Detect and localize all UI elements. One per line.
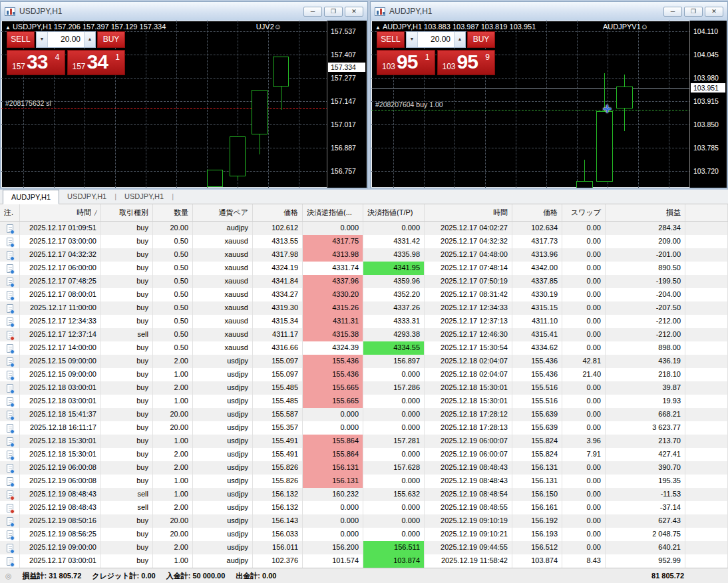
td-sl: 0.000	[303, 408, 363, 421]
tab-audjpy-h1[interactable]: AUDJPY,H1	[3, 190, 59, 204]
sell-price-box[interactable]: 103 95 1	[377, 50, 435, 75]
td-swap: 0.00	[562, 514, 606, 528]
minimize-button[interactable]: ─	[663, 7, 682, 17]
table-row[interactable]: 2025.12.17 03:00:01buy1.00audjpy102.3761…	[0, 554, 728, 568]
table-row[interactable]: 2025.12.19 08:56:25buy20.00usdjpy156.033…	[0, 528, 728, 541]
volume-up-icon[interactable]: ▲	[84, 32, 95, 47]
column-header[interactable]: 決済逆指値(...	[303, 204, 363, 221]
close-button[interactable]: ✕	[345, 7, 363, 17]
table-row[interactable]: 2025.12.17 07:48:25buy0.50xauusd4341.844…	[0, 275, 728, 288]
column-header[interactable]: 決済指値(T/P)	[363, 204, 425, 221]
position-line[interactable]	[371, 110, 691, 110]
td-swap: 0.00	[562, 301, 606, 315]
restore-button[interactable]: ❐	[324, 7, 343, 17]
chart-plot[interactable]: ▲USDJPY,H1 157.206 157.397 157.129 157.3…	[1, 21, 328, 188]
column-header[interactable]: 注.	[0, 204, 20, 221]
table-row[interactable]: 2025.12.18 16:11:17buy20.00usdjpy155.357…	[0, 421, 728, 435]
chart-area[interactable]: ▲USDJPY,H1 157.206 157.397 157.129 157.3…	[1, 21, 367, 188]
td-close-time: 2025.12.17 12:37:13	[425, 315, 512, 328]
td-swap: 0.00	[562, 461, 606, 475]
td-close-time: 2025.12.19 09:10:19	[425, 514, 512, 528]
buy-button[interactable]: BUY	[467, 31, 495, 48]
td-volume: 20.00	[153, 514, 193, 528]
td-sl: 155.864	[303, 448, 363, 461]
tab-usdjpy-h1[interactable]: USDJPY,H1	[116, 190, 172, 204]
table-row[interactable]: 2025.12.17 12:34:33buy0.50xauusd4315.344…	[0, 315, 728, 328]
table-row[interactable]: 2025.12.15 09:00:00buy1.00usdjpy155.0971…	[0, 368, 728, 381]
buy-price-box[interactable]: 157 34 1	[67, 50, 126, 75]
table-row[interactable]: 2025.12.19 06:00:08buy2.00usdjpy155.8261…	[0, 461, 728, 475]
table-row[interactable]: 2025.12.19 06:00:08buy1.00usdjpy155.8261…	[0, 475, 728, 488]
td-icon	[0, 408, 20, 421]
tab-usdjpy-h1[interactable]: USDJPY,H1	[59, 190, 114, 204]
restore-button[interactable]: ❐	[684, 7, 703, 17]
column-header[interactable]: 取引種別	[101, 204, 153, 221]
position-line[interactable]	[1, 108, 328, 109]
window-titlebar[interactable]: AUDJPY,H1 ─ ❐ ✕	[371, 2, 727, 21]
td-open-price: 155.587	[253, 408, 303, 421]
volume-input[interactable]: 20.00	[48, 32, 84, 47]
table-row[interactable]: 2025.12.17 14:00:00buy0.50xauusd4316.664…	[0, 341, 728, 355]
minimize-button[interactable]: ─	[303, 7, 322, 17]
status-credit-total: クレジット計: 0.00	[92, 571, 155, 581]
table-row[interactable]: 2025.12.18 15:30:01buy2.00usdjpy155.4911…	[0, 448, 728, 461]
table-row[interactable]: 2025.12.17 01:09:51buy20.00audjpy102.612…	[0, 222, 728, 235]
column-header[interactable]: 時間	[425, 204, 512, 221]
table-row[interactable]: 2025.12.19 09:00:00buy2.00usdjpy156.0111…	[0, 541, 728, 554]
table-row[interactable]: 2025.12.17 04:32:32buy0.50xauusd4317.984…	[0, 248, 728, 262]
column-header[interactable]: スワップ	[562, 204, 606, 221]
sell-order-icon	[7, 331, 13, 339]
table-row[interactable]: 2025.12.17 12:37:14sell0.50xauusd4311.17…	[0, 328, 728, 341]
collapse-arrow-icon[interactable]: ▲	[375, 25, 381, 31]
td-close-time: 2025.12.18 17:28:13	[425, 421, 512, 435]
sell-price-box[interactable]: 157 33 4	[7, 50, 65, 75]
table-row[interactable]: 2025.12.19 08:48:43sell2.00usdjpy156.132…	[0, 501, 728, 514]
volume-down-icon[interactable]: ▼	[407, 32, 418, 47]
sell-button[interactable]: SELL	[377, 31, 405, 48]
table-row[interactable]: 2025.12.19 08:50:16buy20.00usdjpy156.143…	[0, 514, 728, 528]
column-header[interactable]: 時間/	[20, 204, 101, 221]
collapse-arrow-icon[interactable]: ▲	[5, 25, 11, 31]
volume-down-icon[interactable]: ▼	[37, 32, 48, 47]
volume-up-icon[interactable]: ▲	[454, 32, 465, 47]
volume-stepper[interactable]: ▼ 20.00 ▲	[406, 31, 466, 48]
column-header[interactable]: 損益	[606, 204, 685, 221]
gridline	[669, 21, 669, 188]
td-type: buy	[101, 435, 153, 448]
buy-button[interactable]: BUY	[97, 31, 125, 48]
chart-area[interactable]: ▲AUDJPY,H1 103.883 103.987 103.819 103.9…	[371, 21, 727, 188]
sell-order-icon	[7, 490, 13, 499]
td-swap: 0.00	[562, 328, 606, 341]
table-row[interactable]: 2025.12.18 03:00:01buy1.00usdjpy155.4851…	[0, 395, 728, 408]
table-row[interactable]: 2025.12.17 08:00:01buy0.50xauusd4334.274…	[0, 288, 728, 301]
table-row[interactable]: 2025.12.17 11:00:00buy0.50xauusd4319.304…	[0, 301, 728, 315]
gridline	[146, 21, 146, 188]
column-header[interactable]	[685, 204, 728, 221]
table-row[interactable]: 2025.12.17 03:00:00buy0.50xauusd4313.554…	[0, 235, 728, 248]
table-row[interactable]: 2025.12.18 15:30:01buy1.00usdjpy155.4911…	[0, 435, 728, 448]
table-row[interactable]: 2025.12.15 09:00:00buy2.00usdjpy155.0971…	[0, 355, 728, 368]
td-open-price: 4315.34	[253, 315, 303, 328]
column-header[interactable]: 通貨ペア	[193, 204, 253, 221]
td-symbol: xauusd	[193, 235, 253, 248]
table-row[interactable]: 2025.12.18 03:00:01buy2.00usdjpy155.4851…	[0, 381, 728, 395]
column-header[interactable]: 数量	[153, 204, 193, 221]
table-row[interactable]: 2025.12.18 15:41:37buy20.00usdjpy155.587…	[0, 408, 728, 421]
volume-stepper[interactable]: ▼ 20.00 ▲	[36, 31, 96, 48]
smiley-icon[interactable]: ☺	[274, 23, 281, 31]
column-header[interactable]: 価格	[512, 204, 562, 221]
chart-plot[interactable]: ▲AUDJPY,H1 103.883 103.987 103.819 103.9…	[371, 21, 691, 188]
close-button[interactable]: ✕	[705, 7, 723, 17]
table-row[interactable]: 2025.12.17 06:00:00buy0.50xauusd4324.194…	[0, 262, 728, 275]
td-volume: 0.50	[153, 301, 193, 315]
buy-price-box[interactable]: 103 95 9	[437, 50, 496, 75]
volume-input[interactable]: 20.00	[418, 32, 454, 47]
td-tp: 155.632	[363, 488, 425, 501]
window-titlebar[interactable]: USDJPY,H1 ─ ❐ ✕	[1, 2, 367, 21]
td-volume: 2.00	[153, 461, 193, 475]
column-header[interactable]: 価格	[253, 204, 303, 221]
sell-button[interactable]: SELL	[7, 31, 35, 48]
table-row[interactable]: 2025.12.19 08:48:43sell1.00usdjpy156.132…	[0, 488, 728, 501]
axis-price-label: 157.537	[331, 27, 356, 35]
smiley-icon[interactable]: ☺	[641, 23, 648, 31]
